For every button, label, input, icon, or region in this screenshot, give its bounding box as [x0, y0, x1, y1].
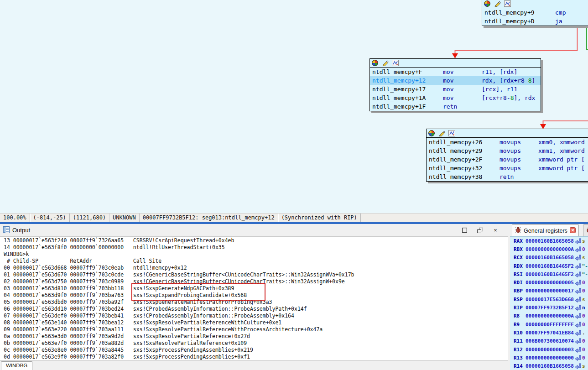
asm-label: ntdll_memcpy+26	[427, 138, 500, 146]
register-value[interactable]: 00000160B16465F2	[526, 263, 575, 269]
asm-row[interactable]: ntdll_memcpy+Fmovr11, [rdx]	[370, 68, 541, 76]
asm-row[interactable]: ntdll_memcpy+Dja	[482, 17, 588, 26]
deref-arrow-icon[interactable]	[575, 263, 582, 269]
deref-arrow-icon[interactable]	[575, 271, 582, 277]
output-line: 01 00000017`e563d670 00007ff9`703c0cde s…	[4, 271, 354, 278]
register-row-rdx[interactable]: RDX00000160B16465F2"-	[510, 262, 588, 270]
deref-arrow-icon[interactable]	[575, 347, 582, 353]
asm-label: ntdll_memcpy+2F	[427, 155, 500, 164]
asm-label: ntdll_memcpy+1A	[370, 94, 443, 102]
register-row-r14[interactable]: R1400000160B1665058s	[510, 362, 588, 370]
register-row-r9[interactable]: R900000000FFFFFFFF0	[510, 320, 588, 328]
register-name: RCX	[514, 255, 526, 261]
register-value[interactable]: 0000000000000003	[526, 347, 575, 353]
asm-row[interactable]: ntdll_memcpy+32movupsxmmword ptr [	[427, 164, 588, 172]
asm-row[interactable]: ntdll_memcpy+12movrdx, [rdx+r8-8]	[370, 76, 541, 85]
asm-mnemonic: movups	[500, 155, 538, 164]
register-row-rbp[interactable]: RBP00000000000000170	[510, 287, 588, 295]
deref-arrow-icon[interactable]	[575, 305, 582, 311]
register-value[interactable]: 0000000000000005	[526, 280, 575, 286]
register-value[interactable]: 0000000000000017	[526, 288, 575, 294]
graph-node-toolbar[interactable]	[482, 0, 588, 8]
deref-arrow-icon[interactable]	[575, 280, 582, 286]
graph-view[interactable]: ntdll_memcpy+9cmpntdll_memcpy+Dja ntdll_…	[0, 0, 588, 213]
close-icon[interactable]: ×	[492, 227, 499, 234]
node-color-wheel-icon[interactable]	[371, 59, 379, 67]
register-row-r11[interactable]: R11006B0073006100740	[510, 337, 588, 345]
graph-node-toolbar[interactable]	[370, 59, 541, 68]
register-value[interactable]: 00000160B1665058	[526, 363, 575, 369]
deref-arrow-icon[interactable]	[575, 355, 582, 361]
register-row-rcx[interactable]: RCX00000160B1665058s	[510, 254, 588, 262]
deref-arrow-icon[interactable]	[575, 338, 582, 344]
deref-arrow-icon[interactable]	[575, 255, 582, 261]
asm-row[interactable]: ntdll_memcpy+2Fmovupsxmmword ptr [	[427, 155, 588, 164]
asm-row[interactable]: ntdll_memcpy+1Amov[rcx+r8-8], rdx	[370, 94, 541, 102]
deref-arrow-icon[interactable]	[575, 322, 582, 328]
register-value[interactable]: 00000160B1665058	[526, 255, 575, 261]
asm-label: ntdll_memcpy+12	[370, 76, 443, 85]
deref-arrow-icon[interactable]	[575, 246, 582, 252]
deref-arrow-icon[interactable]	[575, 297, 582, 302]
deref-arrow-icon[interactable]	[575, 330, 582, 336]
register-row-r12[interactable]: R1200000000000000030	[510, 345, 588, 354]
register-row-r10[interactable]: R1000007FF97041EB84.	[510, 328, 588, 337]
register-row-rip[interactable]: RIP00007FF9732B5F12n	[510, 303, 588, 312]
register-name: RSI	[514, 271, 526, 277]
register-value[interactable]: 00000160B16465F2	[526, 271, 575, 277]
node-color-wheel-icon[interactable]	[484, 0, 491, 7]
register-row-rax[interactable]: RAX00000160B1665058s	[510, 237, 588, 245]
tab-general-registers[interactable]: General registers	[512, 224, 579, 236]
asm-row[interactable]: ntdll_memcpy+1Fretn	[370, 102, 541, 111]
register-row-rsp[interactable]: RSP00000017E563D668s	[510, 295, 588, 303]
register-name: R9	[514, 322, 526, 328]
tab-partial[interactable]	[583, 224, 588, 236]
asm-row[interactable]: ntdll_memcpy+38retn	[427, 172, 588, 181]
deref-arrow-icon[interactable]	[575, 238, 582, 244]
register-value[interactable]: 00007FF97041EB84	[526, 330, 575, 336]
node-chart-icon[interactable]	[391, 59, 399, 67]
register-note: s	[582, 255, 585, 261]
edge-red-1-arrow	[452, 53, 458, 58]
asm-row[interactable]: ntdll_memcpy+9cmp	[482, 8, 588, 17]
bug-icon	[586, 227, 588, 235]
tab-close-icon[interactable]	[570, 227, 576, 235]
deref-arrow-icon[interactable]	[575, 313, 582, 319]
asm-row[interactable]: ntdll_memcpy+26movupsxmm0, xmmword	[427, 138, 588, 146]
register-row-r8[interactable]: R8000000000000000A0	[510, 312, 588, 320]
register-value[interactable]: 00000017E563D668	[526, 297, 575, 302]
register-row-rbx[interactable]: RBX000000000000000A0	[510, 245, 588, 253]
register-value[interactable]: 000000000000000A	[526, 246, 575, 252]
graph-node-b2[interactable]: ntdll_memcpy+Fmovr11, [rdx]ntdll_memcpy+…	[369, 58, 541, 111]
register-value[interactable]: 0000000000000000	[526, 355, 575, 361]
tab-windbg[interactable]: WINDBG	[1, 361, 32, 370]
register-value[interactable]: 00000000FFFFFFFF	[526, 322, 575, 328]
registers-list[interactable]: RAX00000160B1665058sRBX000000000000000A0…	[510, 236, 588, 370]
register-row-r13[interactable]: R1300000000000000000	[510, 354, 588, 362]
deref-arrow-icon[interactable]	[575, 363, 582, 369]
register-row-rdi[interactable]: RDI00000000000000050	[510, 278, 588, 287]
output-line: 0c 00000017`e563e8e0 00007ff9`703a8445 s…	[4, 347, 354, 354]
node-color-wheel-icon[interactable]	[428, 130, 435, 137]
deref-arrow-icon[interactable]	[575, 288, 582, 294]
output-console[interactable]: 13 00000017`e563f240 00007ff9`7326aa65 C…	[0, 236, 508, 360]
node-chart-icon[interactable]	[504, 0, 511, 7]
node-edit-icon[interactable]	[438, 130, 445, 137]
register-value[interactable]: 00000160B1665058	[526, 238, 575, 244]
graph-node-toolbar[interactable]	[427, 129, 588, 138]
asm-label: ntdll_memcpy+1F	[370, 102, 443, 111]
asm-row[interactable]: ntdll_memcpy+29movupsxmm1, xmmword	[427, 146, 588, 155]
register-value[interactable]: 000000000000000A	[526, 313, 575, 319]
maximize-button[interactable]	[461, 227, 468, 234]
asm-row[interactable]: ntdll_memcpy+17mov[rcx], r11	[370, 85, 541, 94]
register-value[interactable]: 00007FF9732B5F12	[526, 305, 575, 311]
graph-node-b1[interactable]: ntdll_memcpy+9cmpntdll_memcpy+Dja	[482, 0, 588, 26]
register-note: 0	[582, 322, 585, 328]
node-chart-icon[interactable]	[448, 130, 455, 137]
node-edit-icon[interactable]	[494, 0, 501, 7]
register-row-rsi[interactable]: RSI00000160B16465F2"-	[510, 270, 588, 278]
float-button[interactable]	[476, 227, 484, 234]
graph-node-b3[interactable]: ntdll_memcpy+26movupsxmm0, xmmwordntdll_…	[426, 129, 588, 182]
register-value[interactable]: 006B007300610074	[526, 338, 575, 344]
node-edit-icon[interactable]	[381, 59, 389, 67]
